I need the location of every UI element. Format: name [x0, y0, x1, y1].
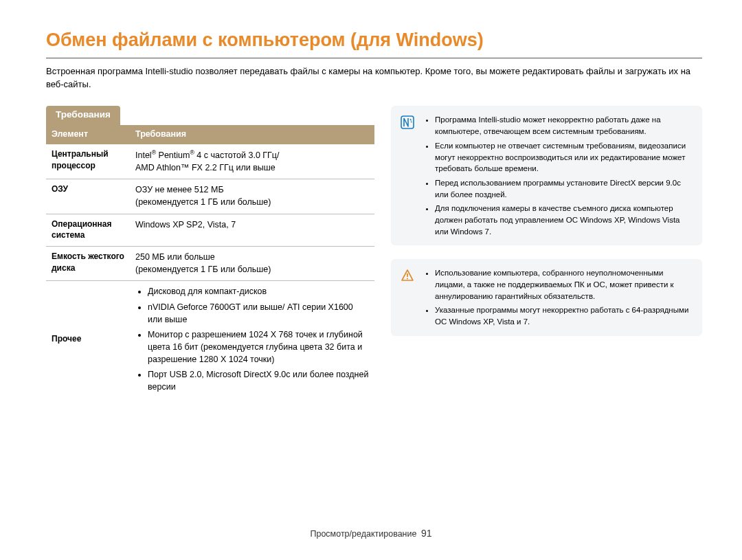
- requirements-table: Элемент Требования Центральный процессор…: [46, 125, 374, 398]
- cell-value-ram: ОЗУ не менее 512 МБ (рекомендуется 1 ГБ …: [130, 179, 374, 214]
- page-title: Обмен файлами с компьютером (для Windows…: [46, 27, 702, 54]
- table-row: ОЗУ ОЗУ не менее 512 МБ (рекомендуется 1…: [46, 179, 374, 214]
- table-head-item: Элемент: [46, 125, 130, 144]
- cell-label-cpu: Центральный процессор: [46, 144, 130, 179]
- page-number: 91: [421, 528, 432, 539]
- list-item: Перед использованием программы установит…: [435, 177, 691, 200]
- table-row: Прочее Дисковод для компакт-дисков nVIDI…: [46, 281, 374, 399]
- footer-section: Просмотр/редактирование: [310, 529, 416, 539]
- list-item: Указанные программы могут некорректно ра…: [435, 304, 691, 327]
- warning-icon: [401, 267, 414, 286]
- cell-value-cpu: Intel® Pentium® 4 с частотой 3.0 ГГц/ AM…: [130, 144, 374, 179]
- table-row: Емкость жесткого диска 250 МБ или больше…: [46, 247, 374, 281]
- cell-value-hdd: 250 МБ или больше (рекомендуется 1 ГБ ил…: [130, 247, 374, 281]
- page-footer: Просмотр/редактирование 91: [0, 527, 742, 541]
- list-item: Если компьютер не отвечает системным тре…: [435, 140, 691, 175]
- cell-label-os: Операционная система: [46, 214, 130, 247]
- section-heading: Требования: [46, 106, 120, 125]
- table-row: Операционная система Windows XP SP2, Vis…: [46, 214, 374, 247]
- info-icon: [401, 114, 414, 133]
- svg-line-2: [411, 122, 412, 122]
- cell-label-ram: ОЗУ: [46, 179, 130, 214]
- list-item: Программа Intelli-studio может некоррект…: [435, 114, 691, 137]
- svg-line-1: [410, 119, 412, 121]
- intro-text: Встроенная программа Intelli-studio позв…: [46, 65, 702, 91]
- list-item: Монитор с разрешением 1024 X 768 точек и…: [148, 328, 369, 366]
- svg-point-4: [407, 278, 408, 280]
- list-item: Использование компьютера, собранного неу…: [435, 267, 691, 302]
- cell-value-other: Дисковод для компакт-дисков nVIDIA Gefor…: [130, 281, 374, 399]
- table-head-req: Требования: [130, 125, 374, 144]
- warning-note-box: Использование компьютера, собранного неу…: [391, 259, 702, 335]
- cell-value-os: Windows XP SP2, Vista, 7: [130, 214, 374, 247]
- list-item: Для подключения камеры в качестве съемно…: [435, 203, 691, 237]
- cell-label-hdd: Емкость жесткого диска: [46, 247, 130, 281]
- table-row: Центральный процессор Intel® Pentium® 4 …: [46, 144, 374, 179]
- cell-label-other: Прочее: [46, 281, 130, 399]
- list-item: Дисковод для компакт-дисков: [148, 285, 369, 298]
- list-item: nVIDIA Geforce 7600GT или выше/ ATI сери…: [148, 301, 369, 326]
- info-note-box: Программа Intelli-studio может некоррект…: [391, 106, 702, 245]
- list-item: Порт USB 2.0, Microsoft DirectX 9.0c или…: [148, 368, 369, 393]
- title-divider: [46, 58, 702, 58]
